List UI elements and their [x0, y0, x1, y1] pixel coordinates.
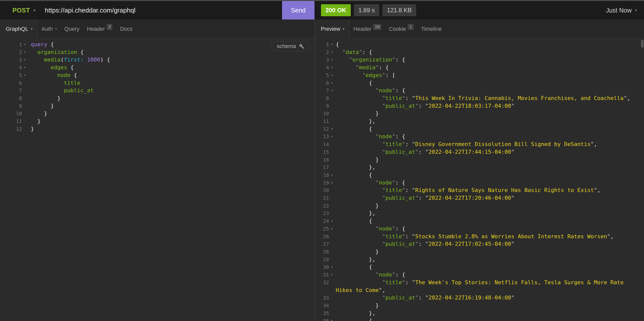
- code-line: 5▾ "edges": [: [315, 72, 644, 79]
- code-line: 20 "title": "Rights of Nature Says Natur…: [315, 186, 644, 194]
- code-text: title: [31, 79, 80, 87]
- code-text: }: [31, 95, 60, 102]
- code-line: 33 "public_at": "2022-04-22T16:19:48-04:…: [315, 294, 644, 302]
- fold-toggle-icon[interactable]: ▾: [22, 64, 31, 72]
- fold-toggle-icon[interactable]: ▾: [329, 79, 336, 87]
- line-number: 11: [315, 118, 329, 125]
- code-line: 24▾ {: [315, 217, 644, 225]
- code-line: 23 },: [315, 209, 644, 217]
- line-number: 1: [0, 41, 22, 49]
- send-button[interactable]: Send: [282, 1, 314, 20]
- fold-toggle-icon[interactable]: ▾: [329, 263, 336, 271]
- fold-toggle-icon[interactable]: ▾: [329, 271, 336, 279]
- fold-toggle-icon[interactable]: ▾: [329, 87, 336, 95]
- tab-query[interactable]: Query: [61, 20, 83, 38]
- line-number: 4: [0, 64, 22, 72]
- line-number: 28: [315, 248, 329, 256]
- line-number: 18: [315, 171, 329, 179]
- fold-toggle-icon[interactable]: ▾: [329, 49, 336, 56]
- method-label: POST: [12, 7, 30, 14]
- line-number: 26: [315, 233, 329, 240]
- fold-toggle-icon[interactable]: ▾: [329, 179, 336, 187]
- code-text: {: [336, 317, 372, 321]
- line-number: 8: [315, 95, 329, 102]
- tab-preview[interactable]: Preview ▾: [315, 20, 350, 38]
- tab-cookie[interactable]: Cookie 1: [385, 20, 418, 38]
- fold-toggle-icon[interactable]: ▾: [329, 317, 336, 321]
- line-number: 9: [0, 102, 22, 110]
- line-number: 1: [315, 41, 329, 49]
- code-text: edges {: [31, 64, 74, 72]
- chevron-down-icon: ▾: [31, 27, 33, 31]
- tab-docs[interactable]: Docs: [116, 20, 136, 38]
- code-line: 3▾ media(first: 1000) {: [0, 56, 314, 64]
- fold-toggle-icon[interactable]: ▾: [329, 41, 336, 49]
- url-input[interactable]: https://api.cheddar.com/graphql: [45, 7, 282, 14]
- code-text: "edges": [: [336, 72, 395, 79]
- code-line: 1▾query {: [0, 41, 314, 49]
- code-line: 15 "public_at": "2022-04-22T17:44:15-04:…: [315, 148, 644, 156]
- fold-toggle-icon[interactable]: ▾: [329, 225, 336, 233]
- code-text: {: [336, 171, 372, 179]
- code-line: 1▾{: [315, 41, 644, 49]
- fold-toggle-icon[interactable]: ▾: [329, 64, 336, 72]
- fold-toggle-icon[interactable]: ▾: [329, 171, 336, 179]
- fold-toggle-icon[interactable]: ▾: [22, 49, 31, 56]
- code-line: 11 },: [315, 118, 644, 125]
- schema-button[interactable]: schema: [272, 41, 310, 51]
- code-text: "organization": {: [336, 56, 405, 64]
- line-number: 8: [0, 95, 22, 102]
- tab-query-label: Query: [64, 26, 80, 32]
- line-number: 24: [315, 217, 329, 225]
- response-meta-section: 200 OK 1.69 s 121.8 KB Just Now ▾: [315, 1, 644, 20]
- code-text: {: [336, 79, 372, 87]
- graphql-code: 1▾query {2▾ organization {3▾ media(first…: [0, 41, 314, 133]
- code-text: "media": {: [336, 64, 389, 72]
- scrollbar-thumb[interactable]: [641, 40, 644, 48]
- line-number: 5: [0, 72, 22, 79]
- code-line: 8 "title": "This Week In Trivia: Cannabi…: [315, 95, 644, 102]
- request-url-section: POST ▾ https://api.cheddar.com/graphql S…: [0, 1, 314, 20]
- response-header-count-badge: 18: [373, 24, 382, 30]
- line-number: 34: [315, 302, 329, 309]
- tab-header[interactable]: Header 2: [83, 20, 116, 38]
- fold-toggle-icon[interactable]: ▾: [22, 41, 31, 49]
- response-preview-editor[interactable]: 1▾{2▾ "data": {3▾ "organization": {4▾ "m…: [315, 38, 644, 321]
- tab-timeline-label: Timeline: [421, 26, 442, 32]
- line-number: 31: [315, 271, 329, 279]
- code-line: 9 }: [0, 102, 314, 110]
- line-number: 6: [315, 79, 329, 87]
- code-text: }: [31, 118, 41, 125]
- fold-toggle-icon[interactable]: ▾: [22, 56, 31, 64]
- line-number: 2: [0, 49, 22, 56]
- line-number: 25: [315, 225, 329, 233]
- history-dropdown[interactable]: Just Now ▾: [606, 7, 637, 14]
- tab-response-header[interactable]: Header 18: [350, 20, 385, 38]
- code-line: 28 }: [315, 248, 644, 256]
- line-number: 7: [0, 87, 22, 95]
- method-dropdown[interactable]: POST ▾: [12, 7, 36, 14]
- code-line: 26 "title": "Stocks Stumble 2.8% as Worr…: [315, 233, 644, 240]
- code-text: query {: [31, 41, 54, 49]
- code-text: },: [336, 256, 376, 263]
- code-line: 13▾ "node": {: [315, 133, 644, 141]
- code-line: 4▾ "media": {: [315, 64, 644, 72]
- code-text: {: [336, 125, 372, 133]
- fold-toggle-icon[interactable]: ▾: [329, 125, 336, 133]
- line-number: 10: [315, 110, 329, 118]
- history-label: Just Now: [606, 7, 632, 14]
- fold-toggle-icon[interactable]: ▾: [22, 72, 31, 79]
- code-text: },: [336, 118, 376, 125]
- fold-toggle-icon[interactable]: ▾: [329, 72, 336, 79]
- fold-toggle-icon[interactable]: ▾: [329, 217, 336, 225]
- tab-timeline[interactable]: Timeline: [418, 20, 446, 38]
- line-number: 14: [315, 141, 329, 148]
- graphql-query-editor[interactable]: 1▾query {2▾ organization {3▾ media(first…: [0, 38, 314, 321]
- line-number: 35: [315, 309, 329, 317]
- code-text: }: [31, 125, 34, 133]
- tab-graphql-body[interactable]: GraphQL ▾: [0, 20, 38, 38]
- fold-toggle-icon[interactable]: ▾: [329, 56, 336, 64]
- line-number: 23: [315, 209, 329, 217]
- tab-auth[interactable]: Auth ▾: [38, 20, 61, 38]
- fold-toggle-icon[interactable]: ▾: [329, 133, 336, 141]
